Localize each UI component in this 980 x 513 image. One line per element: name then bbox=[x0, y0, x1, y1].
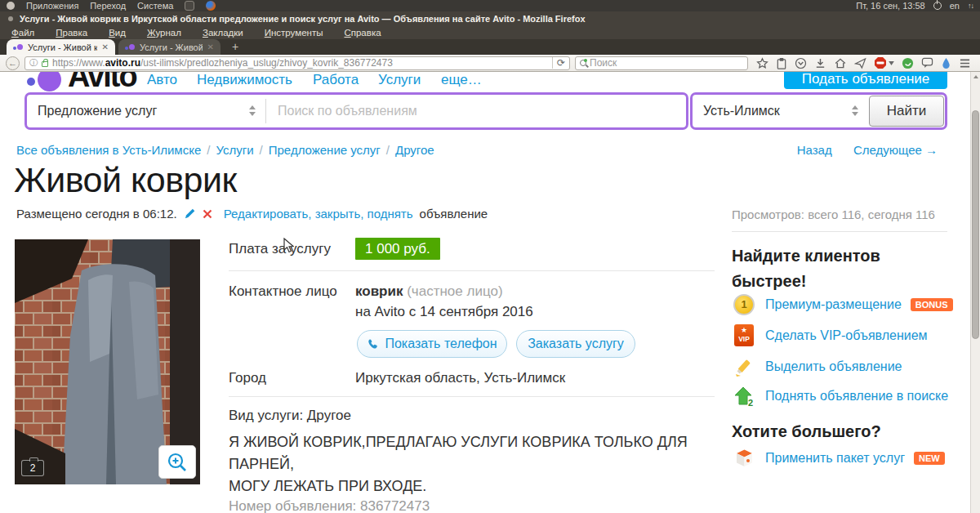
nav-auto[interactable]: Авто bbox=[147, 72, 177, 88]
location-value: Усть-Илимск bbox=[703, 104, 780, 118]
tab-close-icon[interactable]: ✕ bbox=[102, 42, 109, 51]
show-phone-button[interactable]: Показать телефон bbox=[357, 330, 507, 358]
applications-menu[interactable]: Приложения bbox=[26, 1, 78, 11]
send-tab-icon[interactable] bbox=[854, 57, 866, 69]
mouse-cursor bbox=[283, 238, 294, 253]
back-button[interactable]: ← bbox=[6, 56, 20, 70]
vip-stamp-icon: ★VIP bbox=[732, 324, 756, 346]
coin-icon: 1 bbox=[732, 294, 756, 315]
nav-realty[interactable]: Недвижимость bbox=[197, 72, 292, 88]
https-lock-icon[interactable] bbox=[42, 61, 48, 67]
clipboard-icon[interactable] bbox=[776, 57, 787, 69]
power-icon[interactable] bbox=[933, 2, 942, 10]
breadcrumb-offer[interactable]: Предложение услуг bbox=[269, 143, 381, 157]
hamburger-menu-icon[interactable] bbox=[959, 58, 971, 69]
distro-logo-icon[interactable] bbox=[7, 2, 15, 10]
browser-search-input[interactable] bbox=[590, 57, 743, 69]
bookmark-star-icon[interactable] bbox=[756, 57, 768, 69]
sidebar-item-package[interactable]: Применить пакет услуг NEW bbox=[732, 447, 956, 469]
order-service-button[interactable]: Заказать услугу bbox=[516, 330, 635, 358]
divider bbox=[229, 396, 715, 397]
toolbar-icons bbox=[753, 56, 974, 69]
new-tab-button[interactable]: + bbox=[227, 39, 243, 55]
page-info-icon[interactable]: ⓘ bbox=[29, 57, 38, 69]
contact-name[interactable]: коврик bbox=[355, 283, 403, 299]
droplet-icon[interactable] bbox=[941, 57, 951, 69]
terminal-launcher-icon[interactable] bbox=[185, 1, 194, 11]
menu-help[interactable]: Справка bbox=[344, 28, 381, 38]
avito-logo-dot-icon[interactable] bbox=[27, 78, 35, 86]
photo-zoom-button[interactable] bbox=[158, 445, 196, 479]
nav-services[interactable]: Услуги bbox=[378, 72, 421, 88]
home-icon[interactable] bbox=[834, 57, 847, 69]
nav-jobs[interactable]: Работа bbox=[313, 72, 359, 88]
close-x-icon[interactable] bbox=[203, 209, 212, 219]
new-badge: NEW bbox=[914, 452, 945, 465]
breadcrumb-all[interactable]: Все объявления в Усть-Илимске bbox=[16, 143, 201, 157]
pocket-icon[interactable] bbox=[795, 57, 807, 69]
firefox-launcher-icon[interactable] bbox=[206, 1, 216, 11]
manage-links[interactable]: Редактировать, закрыть, поднять bbox=[224, 207, 413, 221]
browser-search-box[interactable] bbox=[575, 56, 748, 70]
select-arrows-icon bbox=[852, 105, 858, 116]
bump-link[interactable]: Поднять объявление в поиске bbox=[765, 389, 948, 404]
location-select[interactable]: Усть-Илимск bbox=[693, 95, 868, 127]
scroll-up-icon[interactable] bbox=[973, 75, 978, 78]
adblock-icon[interactable] bbox=[874, 56, 894, 69]
photo-count-badge: 2 bbox=[21, 460, 44, 476]
chat-bubble-icon[interactable] bbox=[921, 57, 933, 69]
url-text[interactable]: https://www.avito.ru/ust-ilimsk/predlozh… bbox=[52, 57, 548, 69]
manage-suffix: объявление bbox=[420, 207, 488, 221]
category-select[interactable]: Предложение услуг bbox=[27, 95, 265, 127]
system-menu[interactable]: Система bbox=[137, 1, 173, 11]
tab-background[interactable]: Услуги - Живой ков… ✕ bbox=[118, 39, 220, 55]
nav-more[interactable]: еще… bbox=[441, 72, 482, 88]
avito-logo[interactable]: Avito bbox=[68, 72, 136, 94]
package-link[interactable]: Применить пакет услуг bbox=[765, 451, 905, 466]
highlight-link[interactable]: Выделить объявление bbox=[765, 359, 902, 374]
sidebar-item-bump[interactable]: 2 Поднять объявление в поиске bbox=[732, 386, 956, 407]
breadcrumb-other[interactable]: Другое bbox=[395, 143, 434, 157]
sidebar-item-vip[interactable]: ★VIP Сделать VIP-объявлением bbox=[732, 324, 956, 346]
sidebar-item-highlight[interactable]: Выделить объявление bbox=[732, 355, 956, 377]
edit-pencil-icon[interactable] bbox=[184, 207, 196, 220]
scrollbar[interactable] bbox=[970, 72, 980, 513]
ad-number: Номер объявления: 836772473 bbox=[229, 498, 430, 513]
submit-ad-button[interactable]: Подать объявление bbox=[784, 72, 947, 89]
menu-bookmarks[interactable]: Закладки bbox=[203, 28, 243, 38]
menu-file[interactable]: Файл bbox=[11, 28, 34, 38]
back-link[interactable]: Назад bbox=[797, 143, 832, 157]
sidebar-heading-2: Хотите большего? bbox=[732, 419, 940, 444]
reload-button[interactable]: ⟳ bbox=[552, 57, 565, 69]
download-icon[interactable] bbox=[814, 57, 826, 69]
sidebar-heading-1: Найдите клиентов быстрее! bbox=[732, 243, 940, 294]
next-link[interactable]: Следующее → bbox=[853, 143, 938, 157]
tab-close-icon[interactable]: ✕ bbox=[207, 42, 214, 51]
scrollbar-thumb[interactable] bbox=[972, 110, 979, 339]
page-content: Avito Авто Недвижимость Работа Услуги ещ… bbox=[0, 72, 970, 513]
menu-tools[interactable]: Инструменты bbox=[265, 28, 323, 38]
breadcrumb: Все объявления в Усть-Илимске/Услуги/Пре… bbox=[16, 143, 434, 157]
posted-row: Размещено сегодня в 06:12. Редактировать… bbox=[16, 207, 488, 221]
places-menu[interactable]: Переход bbox=[90, 1, 126, 11]
listing-title: Живой коврик bbox=[14, 160, 237, 200]
site-search-input[interactable] bbox=[266, 95, 686, 127]
vip-link[interactable]: Сделать VIP-объявлением bbox=[765, 328, 928, 343]
avito-logo-circle-icon[interactable] bbox=[38, 72, 61, 91]
menu-history[interactable]: Журнал bbox=[147, 28, 181, 38]
breadcrumb-services[interactable]: Услуги bbox=[216, 143, 253, 157]
listing-photo[interactable]: 2 bbox=[15, 239, 200, 484]
layout-switch-icon[interactable]: ↑↓ bbox=[968, 2, 973, 10]
keyboard-layout[interactable]: en bbox=[950, 1, 960, 11]
url-bar[interactable]: ⓘ https://www.avito.ru/ust-ilimsk/predlo… bbox=[24, 56, 570, 70]
tab-active[interactable]: Услуги - Живой ков… ✕ bbox=[7, 39, 115, 55]
premium-link[interactable]: Премиум-размещение bbox=[765, 297, 902, 312]
clock[interactable]: Пт, 16 сен, 13:58 bbox=[856, 1, 924, 11]
up-arrow-icon: 2 bbox=[732, 386, 756, 407]
find-button[interactable]: Найти bbox=[869, 96, 944, 127]
sidebar-item-premium[interactable]: 1 Премиум-размещение BONUS bbox=[732, 294, 956, 315]
city-value: Иркутская область, Усть-Илимск bbox=[355, 370, 565, 386]
extension-green-icon[interactable] bbox=[902, 57, 914, 69]
menu-view[interactable]: Вид bbox=[109, 28, 126, 38]
menu-edit[interactable]: Правка bbox=[56, 28, 87, 38]
